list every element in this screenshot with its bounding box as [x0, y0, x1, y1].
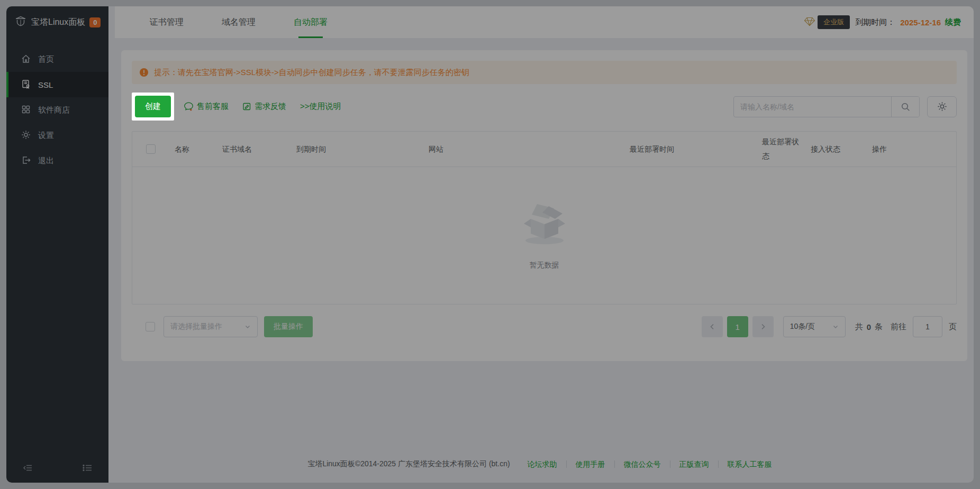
- batch-select-placeholder: 请选择批量操作: [170, 322, 222, 331]
- search-button[interactable]: [891, 97, 919, 117]
- column-header-access-status: 接入状态: [806, 140, 868, 159]
- prev-page-button[interactable]: [702, 316, 723, 337]
- sidebar-menu: 首页 SSL 软件商店: [6, 38, 108, 173]
- app-title: 宝塔Linux面板: [31, 17, 85, 28]
- tabs: 证书管理 域名管理 自动部署: [115, 6, 328, 38]
- sidebar-item-label: 退出: [38, 156, 54, 166]
- doc-pencil-icon: [242, 102, 251, 111]
- sidebar-item-logout[interactable]: 退出: [6, 148, 108, 173]
- tour-highlight: 创建: [132, 93, 174, 121]
- app-window: 宝塔Linux面板 0 首页 SSL: [6, 6, 974, 483]
- column-header-last-deploy-time: 最近部署时间: [625, 140, 758, 159]
- tab-label: 证书管理: [150, 17, 184, 28]
- alert-text: 提示：请先在宝塔官网->SSL模块->自动同步中创建同步任务，请不要泄露同步任务…: [154, 68, 469, 78]
- chevron-left-icon: [709, 323, 716, 330]
- column-header-website: 网站: [424, 140, 625, 159]
- deploy-table: 名称 证书域名 到期时间 网站 最近部署时间 最近部署状态 接入状态 操作: [132, 131, 957, 305]
- grid-icon: [21, 105, 31, 116]
- sidebar-item-label: 软件商店: [38, 105, 70, 115]
- page-size-select[interactable]: 10条/页: [783, 316, 846, 337]
- chat-bubble-icon: [184, 102, 194, 112]
- chevron-down-icon: [244, 324, 251, 330]
- feedback-link[interactable]: 需求反馈: [242, 102, 286, 112]
- column-header-operations: 操作: [868, 140, 956, 159]
- sidebar-item-label: SSL: [38, 80, 53, 89]
- column-header-cert-domain: 证书域名: [218, 140, 292, 159]
- tab-label: 域名管理: [222, 17, 256, 28]
- total-count: 0: [867, 322, 871, 331]
- top-tab-bar: 证书管理 域名管理 自动部署 企业版 到期时间： 2025-12-16 续费: [115, 6, 974, 38]
- logout-icon: [21, 155, 31, 167]
- tab-cert-management[interactable]: 证书管理: [150, 6, 184, 38]
- tab-label: 自动部署: [294, 17, 328, 28]
- select-all-checkbox[interactable]: [146, 144, 156, 154]
- total-suffix: 条: [875, 322, 883, 332]
- chevron-right-icon: [759, 323, 767, 330]
- empty-state-text: 暂无数据: [530, 261, 559, 270]
- footer: 宝塔Linux面板©2014-2025 广东堡塔安全技术有限公司 (bt.cn)…: [115, 459, 974, 483]
- toolbar: 创建 售前客服 需求反馈: [132, 93, 957, 121]
- sidebar-item-label: 首页: [38, 54, 54, 64]
- current-page-button[interactable]: 1: [727, 316, 748, 337]
- page-size-value: 10条/页: [790, 322, 815, 331]
- notification-badge[interactable]: 0: [89, 17, 101, 27]
- collapse-sidebar-icon[interactable]: [22, 463, 33, 473]
- home-icon: [21, 54, 31, 65]
- gear-icon: [21, 130, 31, 141]
- page-background: 宝塔Linux面板 0 首页 SSL: [0, 0, 980, 489]
- sidebar-item-ssl[interactable]: SSL: [6, 72, 108, 97]
- search-area: [733, 96, 957, 117]
- create-button[interactable]: 创建: [135, 96, 171, 117]
- chevron-down-icon: [832, 324, 839, 330]
- copyright-text: 宝塔Linux面板©2014-2025 广东堡塔安全技术有限公司 (bt.cn): [307, 459, 510, 469]
- total-prefix: 共: [855, 322, 863, 332]
- table-header-row: 名称 证书域名 到期时间 网站 最近部署时间 最近部署状态 接入状态 操作: [132, 132, 956, 167]
- next-page-button[interactable]: [752, 316, 774, 337]
- search-icon: [901, 102, 910, 112]
- table-settings-button[interactable]: [927, 96, 957, 117]
- diamond-icon: [804, 17, 815, 28]
- empty-state: 暂无数据: [132, 167, 956, 304]
- column-header-last-deploy-status: 最近部署状态: [758, 133, 806, 165]
- search-box: [733, 96, 920, 117]
- column-header-name: 名称: [170, 140, 218, 159]
- batch-action-select[interactable]: 请选择批量操作: [164, 316, 258, 337]
- batch-select-all-checkbox[interactable]: [146, 322, 155, 331]
- goto-label: 前往: [891, 322, 906, 332]
- main-area: 证书管理 域名管理 自动部署 企业版 到期时间： 2025-12-16 续费: [115, 6, 974, 483]
- certificate-icon: [21, 79, 31, 90]
- license-info: 企业版 到期时间： 2025-12-16 续费: [804, 15, 974, 29]
- list-view-icon[interactable]: [82, 463, 93, 473]
- content-card: 提示：请先在宝塔官网->SSL模块->自动同步中创建同步任务，请不要泄露同步任务…: [121, 50, 967, 361]
- expire-label: 到期时间：: [855, 17, 895, 27]
- license-tier-badge: 企业版: [818, 15, 850, 29]
- sidebar: 宝塔Linux面板 0 首页 SSL: [6, 6, 108, 483]
- pagination-summary: 共0条 前往: [855, 322, 906, 332]
- gear-icon: [937, 102, 947, 112]
- batch-action-button[interactable]: 批量操作: [264, 316, 313, 337]
- toolbar-links: 售前客服 需求反馈 >>使用说明: [184, 102, 341, 112]
- tab-auto-deploy[interactable]: 自动部署: [294, 6, 328, 38]
- empty-box-icon: [518, 201, 571, 248]
- renew-link[interactable]: 续费: [945, 17, 961, 27]
- sidebar-item-settings[interactable]: 设置: [6, 123, 108, 148]
- sidebar-item-label: 设置: [38, 131, 54, 141]
- sidebar-footer: [6, 453, 108, 483]
- sidebar-item-home[interactable]: 首页: [6, 47, 108, 72]
- goto-page-input[interactable]: [913, 316, 942, 337]
- footer-link-wechat[interactable]: 微信公众号: [614, 460, 670, 468]
- warning-alert: 提示：请先在宝塔官网->SSL模块->自动同步中创建同步任务，请不要泄露同步任务…: [132, 61, 957, 84]
- tab-domain-management[interactable]: 域名管理: [222, 6, 256, 38]
- search-input[interactable]: [734, 97, 891, 117]
- footer-link-customer-service[interactable]: 联系人工客服: [718, 460, 781, 468]
- expire-date: 2025-12-16: [900, 18, 941, 27]
- usage-guide-link[interactable]: >>使用说明: [300, 102, 341, 112]
- link-label: 需求反馈: [255, 102, 286, 112]
- presale-support-link[interactable]: 售前客服: [184, 102, 229, 112]
- pagination: 1 10条/页 共0条 前往: [702, 316, 957, 337]
- footer-link-forum[interactable]: 论坛求助: [519, 460, 566, 468]
- sidebar-item-appstore[interactable]: 软件商店: [6, 97, 108, 123]
- column-header-expire-time: 到期时间: [292, 140, 424, 159]
- footer-link-genuine-check[interactable]: 正版查询: [670, 460, 718, 468]
- footer-link-manual[interactable]: 使用手册: [566, 460, 614, 468]
